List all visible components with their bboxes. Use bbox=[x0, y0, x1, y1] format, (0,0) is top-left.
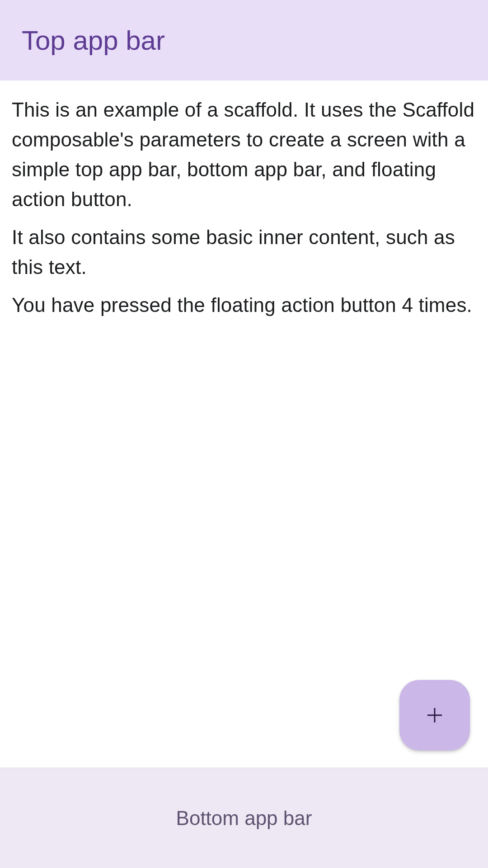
content-paragraph-2: It also contains some basic inner conten… bbox=[12, 222, 476, 282]
press-count-value: 4 bbox=[402, 294, 413, 316]
floating-action-button[interactable] bbox=[399, 680, 470, 750]
content-press-count: You have pressed the floating action but… bbox=[12, 290, 476, 320]
press-count-suffix: times. bbox=[413, 294, 472, 316]
press-count-prefix: You have pressed the floating action but… bbox=[12, 294, 402, 316]
top-app-bar: Top app bar bbox=[0, 0, 488, 80]
content-area: This is an example of a scaffold. It use… bbox=[0, 80, 488, 335]
content-paragraph-1: This is an example of a scaffold. It use… bbox=[12, 95, 476, 214]
bottom-app-bar: Bottom app bar bbox=[0, 768, 488, 868]
top-app-bar-title: Top app bar bbox=[22, 25, 165, 56]
bottom-app-bar-label: Bottom app bar bbox=[176, 807, 312, 830]
add-icon bbox=[424, 704, 446, 726]
